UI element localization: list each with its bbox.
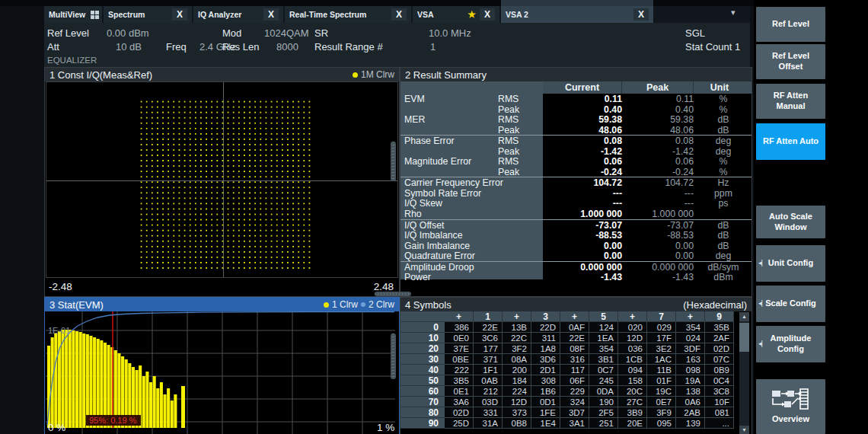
stat-x-min-label: 0 % <box>48 422 65 433</box>
result-peak-value: 0.08 <box>622 136 694 146</box>
tab-close-icon[interactable]: X <box>172 8 187 21</box>
softkey-amplitude-config[interactable]: ◂|Amplitude Config <box>756 326 825 362</box>
tab-close-icon[interactable]: X <box>633 8 649 21</box>
symbol-cell: 1E4 <box>531 418 560 429</box>
horizontal-splitter-grip[interactable] <box>375 292 411 296</box>
result-row: Symbol Rate Error------ppm <box>400 188 752 199</box>
symbol-cell: 0E7 <box>647 397 676 407</box>
symbol-cell: 0C7 <box>589 365 618 375</box>
window-const-iq[interactable]: 1 Const I/Q(Meas&Ref) 1M Clrw -2.48 2.48 <box>44 67 400 297</box>
tab-overflow-caret-icon[interactable]: ▾ <box>731 8 736 18</box>
symbols-row-label: 50 <box>400 375 445 386</box>
vertical-splitter-grip-top[interactable] <box>391 142 396 181</box>
symbol-cell: 01F <box>647 375 676 386</box>
tab-real-time-spectrum[interactable]: Real-Time SpectrumX <box>285 6 411 23</box>
result-range-value[interactable]: 1 <box>430 41 436 53</box>
symbol-cell: 0E1 <box>445 386 474 397</box>
symbol-cell: 3B9 <box>618 407 647 418</box>
tab-spectrum[interactable]: SpectrumX <box>104 6 192 23</box>
result-peak-value: 1.000 000 <box>622 209 694 219</box>
softkey-auto-scale-window[interactable]: Auto Scale Window <box>756 206 825 238</box>
window-stat-legend: 1 Clrw 2 Clrw <box>324 299 394 310</box>
symbol-cell: 124 <box>589 322 618 333</box>
scrollbar-thumb[interactable] <box>739 323 749 352</box>
symbol-cell: 2D1 <box>531 365 560 375</box>
result-unit: dB <box>700 220 747 231</box>
overview-icon <box>771 388 811 411</box>
symbol-cell: 024 <box>676 333 705 343</box>
window-symbols-titlebar[interactable]: 4 Symbols (Hexadecimal) <box>400 298 752 311</box>
result-name: I/Q Skew <box>404 198 442 209</box>
symbol-cell: 1F1 <box>474 365 503 375</box>
tab-vsa[interactable]: VSA★X <box>413 6 499 23</box>
window-result-summary-titlebar[interactable]: 2 Result Summary <box>400 68 752 81</box>
window-const-legend: 1M Clrw <box>353 69 394 80</box>
symbol-cell: 0B8 <box>503 418 531 429</box>
softkey-ref-level[interactable]: Ref Level <box>756 7 825 42</box>
result-name: Carrier Frequency Error <box>404 177 503 188</box>
symbol-cell: 3C8 <box>705 386 734 397</box>
vertical-splitter-grip-bottom[interactable] <box>391 333 396 379</box>
result-unit: ps <box>700 198 747 209</box>
symbol-cell: 03D <box>474 397 503 407</box>
softkey-rf-atten-manual[interactable]: RF Atten Manual <box>756 84 825 119</box>
tab-label: VSA <box>417 10 434 19</box>
result-name: EVM <box>404 94 425 104</box>
softkey-overview[interactable]: Overview <box>756 379 825 434</box>
result-name: I/Q Offset <box>404 220 444 231</box>
result-peak-value: -1.42 <box>622 146 694 157</box>
window-result-summary[interactable]: 2 Result Summary Current Peak Unit EVMRM… <box>400 67 752 297</box>
result-name: Quadrature Error <box>404 251 475 261</box>
result-unit: % <box>700 156 747 167</box>
scroll-down-icon[interactable]: ▼ <box>739 426 749 434</box>
tab-close-icon[interactable]: X <box>391 8 407 21</box>
symbols-corner-cell <box>400 311 445 322</box>
tab-vsa-2[interactable]: VSA 2X <box>501 6 653 23</box>
result-row: Rho1.000 0001.000 000 <box>400 209 752 220</box>
tab-multiview[interactable]: MultiView <box>44 6 102 23</box>
tab-close-icon[interactable]: X <box>263 8 279 21</box>
window-symbols[interactable]: 4 Symbols (Hexadecimal) +1+3+5+7+9038622… <box>400 297 752 434</box>
scroll-up-icon[interactable]: ▲ <box>739 312 749 321</box>
stat-trace1-dot-icon <box>324 302 329 308</box>
result-peak-value: --- <box>622 188 694 199</box>
sr-value[interactable]: 10.0 MHz <box>429 27 471 39</box>
symbol-cell: 27C <box>618 397 647 407</box>
softkey-rf-atten-auto[interactable]: RF Atten Auto <box>756 123 825 160</box>
result-range-label: Result Range # <box>314 41 383 53</box>
result-sub-label: RMS <box>498 94 519 104</box>
softkey-ref-level-offset[interactable]: Ref Level Offset <box>756 44 825 79</box>
mod-value[interactable]: 1024QAM <box>264 27 309 39</box>
att-value[interactable]: 10 dB <box>116 41 142 53</box>
result-peak-value: 0.11 <box>622 94 694 104</box>
res-len-value[interactable]: 8000 <box>276 41 298 53</box>
col-header-current: Current <box>543 81 622 94</box>
softkey-scale-config[interactable]: ◂|Scale Config <box>756 286 825 322</box>
evm-histogram-plot[interactable]: 1E-0195%: 0.19 % <box>46 311 395 434</box>
window-stat-evm[interactable]: 3 Stat(EVM) 1 Clrw 2 Clrw 1E-0195%: 0.19… <box>44 297 400 434</box>
result-row: Carrier Frequency Error104.72104.72Hz <box>400 177 752 188</box>
ref-level-value[interactable]: 0.00 dBm <box>107 27 149 39</box>
symbols-col-header: 9 <box>705 311 734 322</box>
tab-close-icon[interactable]: X <box>480 8 495 21</box>
result-unit: deg <box>700 136 747 146</box>
symbol-cell: 1FE <box>531 407 560 418</box>
symbols-scrollbar[interactable]: ▲ ▼ <box>739 312 749 434</box>
softkey-label: RF Atten Auto <box>763 136 819 147</box>
constellation-plot[interactable] <box>46 81 398 278</box>
symbols-row-label: 90 <box>400 418 445 429</box>
window-stat-titlebar[interactable]: 3 Stat(EVM) 1 Clrw 2 Clrw <box>45 298 399 311</box>
softkey-unit-config[interactable]: ◂|Unit Config <box>756 245 825 282</box>
softkey-label: Ref Level Offset <box>759 51 822 72</box>
symbol-cell: 229 <box>560 386 589 397</box>
symbol-cell: 35B <box>705 322 734 333</box>
symbol-cell: 200 <box>503 365 531 375</box>
submenu-arrow-icon: ◂| <box>758 299 762 308</box>
result-peak-value: 104.72 <box>622 177 694 188</box>
result-name: Phase Error <box>404 136 455 146</box>
symbols-row-label: 60 <box>400 386 445 397</box>
result-row: Peak-0.24-0.24% <box>400 167 752 178</box>
window-const-titlebar[interactable]: 1 Const I/Q(Meas&Ref) 1M Clrw <box>45 68 399 81</box>
result-peak-value: --- <box>622 198 694 209</box>
tab-iq-analyzer[interactable]: IQ AnalyzerX <box>193 6 283 23</box>
